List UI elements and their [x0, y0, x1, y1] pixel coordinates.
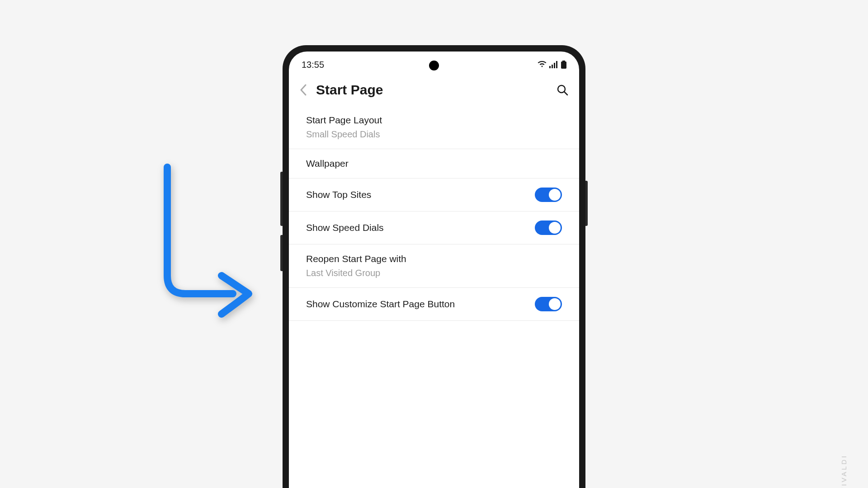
svg-line-7	[564, 92, 567, 95]
setting-reopen-start-page[interactable]: Reopen Start Page with Last Visited Grou…	[289, 244, 579, 288]
setting-label: Wallpaper	[306, 158, 349, 169]
toggle-show-speed-dials[interactable]	[535, 221, 562, 235]
camera-notch	[429, 61, 439, 70]
page-title: Start Page	[316, 82, 547, 98]
status-time: 13:55	[302, 60, 324, 70]
setting-value: Last Visited Group	[306, 268, 406, 278]
vivaldi-watermark: VIVALDI	[840, 454, 848, 488]
wifi-icon	[538, 61, 547, 68]
toggle-knob	[549, 298, 561, 310]
back-button[interactable]	[300, 84, 307, 96]
toggle-show-top-sites[interactable]	[535, 188, 562, 202]
setting-show-speed-dials[interactable]: Show Speed Dials	[289, 211, 579, 244]
annotation-arrow	[158, 163, 258, 332]
battery-icon	[561, 61, 566, 69]
setting-label: Show Top Sites	[306, 189, 371, 200]
phone-mockup-frame: 13:55 Start Page	[283, 45, 585, 488]
setting-label: Reopen Start Page with	[306, 253, 406, 264]
svg-rect-2	[554, 63, 555, 68]
setting-label: Show Customize Start Page Button	[306, 299, 455, 310]
toggle-show-customize-button[interactable]	[535, 297, 562, 311]
setting-value: Small Speed Dials	[306, 129, 382, 140]
search-button[interactable]	[557, 84, 568, 96]
svg-rect-5	[561, 61, 566, 69]
setting-show-top-sites[interactable]: Show Top Sites	[289, 178, 579, 211]
setting-wallpaper[interactable]: Wallpaper	[289, 149, 579, 178]
phone-screen: 13:55 Start Page	[289, 52, 579, 488]
settings-header: Start Page	[289, 74, 579, 106]
svg-rect-1	[552, 65, 553, 68]
watermark-text: VIVALDI	[840, 454, 848, 488]
toggle-knob	[549, 222, 561, 234]
svg-rect-0	[549, 66, 551, 68]
phone-volume-down-button	[280, 235, 283, 271]
svg-rect-4	[562, 61, 565, 61]
setting-label: Start Page Layout	[306, 115, 382, 126]
phone-power-button	[585, 181, 588, 226]
status-icons	[538, 61, 566, 69]
settings-list: Start Page Layout Small Speed Dials Wall…	[289, 106, 579, 321]
setting-show-customize-button[interactable]: Show Customize Start Page Button	[289, 288, 579, 321]
setting-start-page-layout[interactable]: Start Page Layout Small Speed Dials	[289, 106, 579, 149]
toggle-knob	[549, 189, 561, 201]
phone-volume-up-button	[280, 172, 283, 226]
signal-icon	[549, 61, 558, 68]
setting-label: Show Speed Dials	[306, 222, 384, 233]
svg-rect-3	[556, 61, 557, 68]
